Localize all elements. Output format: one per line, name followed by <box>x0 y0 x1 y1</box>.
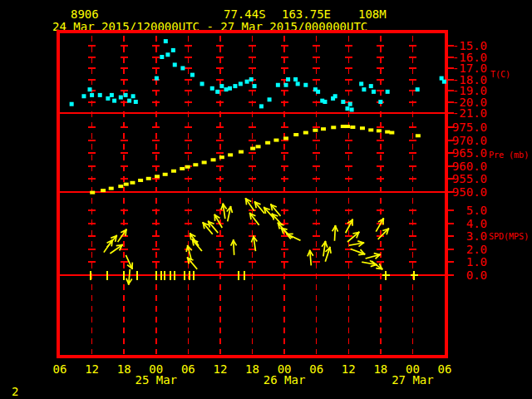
date-label: 25 Mar <box>135 373 177 387</box>
pressure-point <box>283 136 288 140</box>
pressure-point <box>273 139 278 142</box>
temperature-point <box>119 96 123 100</box>
pressure-point <box>341 125 346 128</box>
y-tick-label: 970.0 <box>452 134 487 147</box>
pressure-point <box>155 175 160 178</box>
temperature-point <box>372 90 376 94</box>
temperature-point <box>127 99 131 103</box>
pressure-point <box>130 181 135 185</box>
temperature-point <box>173 62 177 66</box>
temperature-point <box>88 87 92 91</box>
y-tick-label: 2.0 <box>466 243 487 256</box>
y-tick-label: 3.0 <box>466 229 487 243</box>
temperature-point <box>268 97 272 101</box>
pressure-point <box>250 147 255 150</box>
pressure-point <box>118 185 123 188</box>
temperature-point <box>224 87 228 91</box>
temperature-point <box>131 94 135 98</box>
pressure-point <box>368 128 373 131</box>
wind-arrow-segment <box>359 254 364 255</box>
temperature-point <box>333 94 337 98</box>
temperature-point <box>210 86 214 91</box>
pressure-point <box>360 126 365 130</box>
hour-label: 06 <box>181 362 195 376</box>
pressure-point <box>385 131 390 134</box>
temperature-point <box>200 81 204 86</box>
pressure-axis-title: Pre (mb) <box>489 150 529 160</box>
wind-arrow <box>323 242 328 256</box>
temperature-point <box>359 81 363 86</box>
meteogram-plot: -15.0-16.0-17.0-18.0-19.0-20.0-21.0975.0… <box>0 0 532 399</box>
wind-arrow-segment <box>377 268 382 269</box>
temperature-point <box>442 80 446 84</box>
temperature-point <box>249 77 254 81</box>
pressure-point <box>256 145 261 148</box>
pressure-point <box>228 153 233 156</box>
temperature-point <box>215 90 219 94</box>
wind-arrow <box>118 230 126 242</box>
pressure-point <box>138 179 143 182</box>
temperature-point <box>165 52 170 57</box>
temperature-axis-title: T(C) <box>490 70 510 79</box>
temperature-point <box>228 86 232 91</box>
date-label: 26 Mar <box>264 373 306 387</box>
pressure-point <box>163 173 168 176</box>
temperature-point <box>190 73 195 77</box>
y-tick-label: 4.0 <box>466 217 487 230</box>
y-tick-label: -21.0 <box>452 106 487 120</box>
wind-arrow <box>126 270 131 284</box>
temperature-point <box>323 100 327 104</box>
temperature-point <box>303 83 308 87</box>
temperature-point <box>386 90 390 94</box>
wind-arrow <box>332 226 337 240</box>
wind-arrow <box>192 239 201 250</box>
pressure-point <box>331 126 336 129</box>
wind-arrow-segment <box>330 248 331 253</box>
wind-arrow <box>350 241 364 246</box>
temperature-point <box>180 66 185 71</box>
pressure-point <box>416 134 421 137</box>
temperature-point <box>369 84 373 88</box>
pressure-point <box>377 129 382 132</box>
temperature-point <box>253 84 257 88</box>
temperature-point <box>293 77 298 81</box>
y-tick-label: 950.0 <box>452 185 487 199</box>
temperature-point <box>134 100 138 104</box>
y-tick-label: 5.0 <box>466 204 487 217</box>
y-tick-label: 955.0 <box>452 172 487 185</box>
pressure-point <box>350 126 355 129</box>
wind-arrow <box>188 258 197 268</box>
y-tick-label: 0.0 <box>466 268 487 282</box>
wind-arrow <box>377 219 384 231</box>
pressure-point <box>124 183 129 186</box>
temperature-point <box>348 102 352 106</box>
temperature-point <box>296 81 300 86</box>
wind-arrow <box>378 229 388 239</box>
temperature-point <box>239 81 243 86</box>
temperature-point <box>155 76 159 81</box>
temperature-point <box>284 83 288 87</box>
temperature-point <box>90 93 94 97</box>
wind-arrow <box>190 234 199 245</box>
wind-arrow <box>346 220 352 233</box>
pressure-point <box>265 141 270 145</box>
temperature-point <box>81 94 86 98</box>
temperature-point <box>362 87 366 91</box>
hour-label: 06 <box>309 362 323 376</box>
y-tick-label: 975.0 <box>452 121 487 134</box>
hour-label: 12 <box>85 362 99 376</box>
wind-arrow <box>255 202 264 213</box>
temperature-point <box>416 87 420 91</box>
temperature-point <box>259 104 264 108</box>
pressure-point <box>180 167 185 170</box>
temperature-point <box>124 93 128 97</box>
wind-axis-title: SPD(MPS) <box>489 232 529 241</box>
wind-arrow <box>111 245 122 254</box>
meteogram-screen: 8906 77.44S 163.75E 108M 24 Mar 2015/120… <box>0 0 532 399</box>
wind-arrow <box>231 240 236 254</box>
wind-arrow <box>366 254 379 259</box>
temperature-point <box>350 107 354 111</box>
pressure-point <box>202 160 207 164</box>
wind-arrow-segment <box>126 230 126 235</box>
hour-label: 12 <box>342 362 356 376</box>
